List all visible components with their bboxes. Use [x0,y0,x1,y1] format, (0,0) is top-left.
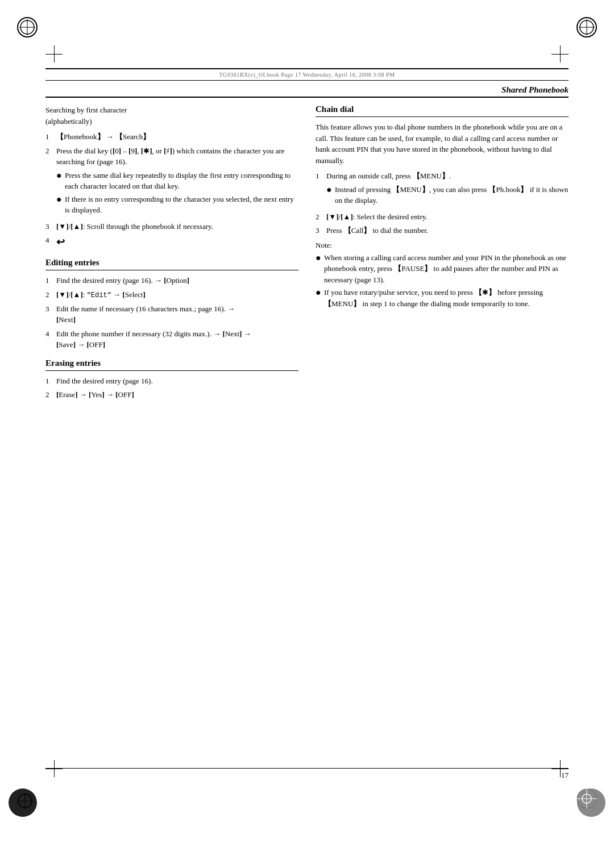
step-num-4: 4 [45,235,53,250]
chain-bullet-icon-1: ● [326,184,332,206]
chain-dial-title: Chain dial [316,105,569,117]
page-number: 17 [561,771,569,779]
erasing-step-2: 2 [Erase] → [Yes] → [OFF] [45,389,298,400]
step-2-bullet-1: ● Press the same dial key repeatedly to … [56,170,298,192]
chain-step-2: 2 [▼]/[▲]: Select the desired entry. [316,211,569,223]
erase-step-2-content: [Erase] → [Yes] → [OFF] [56,389,298,400]
erasing-steps-list: 1 Find the desired entry (page 16). 2 [E… [45,375,298,400]
editing-step-3: 3 Edit the name if necessary (16 charact… [45,303,298,326]
section-title: Shared Phonebook [501,85,569,94]
right-column: Chain dial This feature allows you to di… [316,105,569,754]
chain-step-num-2: 2 [316,211,323,223]
chain-step-1-bullets: ● Instead of pressing 【MENU】, you can al… [326,184,569,206]
search-step-4: 4 ↩ [45,235,298,250]
chain-step-1-content: During an outside call, press 【MENU】. ● … [326,170,569,208]
header-bar: TG9361BX(e)_OI.book Page 17 Wednesday, A… [45,68,569,81]
erasing-entries-title: Erasing entries [45,358,298,371]
section-header: Shared Phonebook [45,85,569,98]
file-info: TG9361BX(e)_OI.book Page 17 Wednesday, A… [219,72,395,78]
note-2: ● If you have rotary/pulse service, you … [316,287,569,309]
back-arrow-icon: ↩ [56,235,65,250]
erase-step-num-1: 1 [45,375,53,387]
two-column-layout: Searching by first character (alphabetic… [45,105,569,754]
search-intro: Searching by first character (alphabetic… [45,105,298,127]
chain-bullet-1-text: Instead of pressing 【MENU】, you can also… [335,184,569,206]
search-step-2: 2 Press the dial key ([0] – [9], [✱], or… [45,145,298,218]
corner-mark-tl [17,17,38,37]
chain-step-num-3: 3 [316,225,323,236]
edit-step-1-content: Find the desired entry (page 16). → [Opt… [56,275,298,286]
step-3-content: [▼]/[▲]: Scroll through the phonebook if… [56,221,298,232]
left-column: Searching by first character (alphabetic… [45,105,298,754]
step-2-content: Press the dial key ([0] – [9], [✱], or [… [56,145,298,218]
edit-step-4-content: Edit the phone number if necessary (32 d… [56,328,298,350]
edit-step-num-1: 1 [45,275,53,286]
chain-step-1: 1 During an outside call, press 【MENU】. … [316,170,569,208]
corner-mark-bl [17,793,33,811]
edit-step-2-content: [▼]/[▲]: "Edit" → [Select] [56,289,298,301]
step-2-bullets: ● Press the same dial key repeatedly to … [56,170,298,216]
step-num-2: 2 [45,145,53,218]
note-label: Note: [316,241,569,250]
erase-step-num-2: 2 [45,389,53,400]
erasing-step-1: 1 Find the desired entry (page 16). [45,375,298,387]
step-2-bullet-2-text: If there is no entry corresponding to th… [65,194,298,216]
search-step-3: 3 [▼]/[▲]: Scroll through the phonebook … [45,221,298,232]
edit-step-num-2: 2 [45,289,53,301]
note-bullet-2-icon: ● [316,287,321,309]
chain-step-num-1: 1 [316,170,323,208]
crosshair-tr [551,45,569,62]
content-area: Shared Phonebook Searching by first char… [45,85,569,754]
chain-dial-intro: This feature allows you to dial phone nu… [316,122,569,166]
chain-bullet-1: ● Instead of pressing 【MENU】, you can al… [326,184,569,206]
note-1: ● When storing a calling card access num… [316,252,569,286]
page: TG9361BX(e)_OI.book Page 17 Wednesday, A… [0,0,614,868]
chain-step-2-content: [▼]/[▲]: Select the desired entry. [326,211,569,223]
edit-step-num-3: 3 [45,303,53,326]
step-num-1: 1 [45,131,53,143]
search-step-1: 1 【Phonebook】 → 【Search】 [45,131,298,143]
edit-step-3-content: Edit the name if necessary (16 character… [56,303,298,326]
page-number-bar: 17 [45,768,569,780]
editing-step-4: 4 Edit the phone number if necessary (32… [45,328,298,350]
search-steps-list: 1 【Phonebook】 → 【Search】 2 Press the dia… [45,131,298,232]
chain-dial-steps: 1 During an outside call, press 【MENU】. … [316,170,569,236]
note-1-text: When storing a calling card access numbe… [324,252,569,286]
erase-step-1-content: Find the desired entry (page 16). [56,375,298,387]
note-section: Note: ● When storing a calling card acce… [316,241,569,310]
crosshair-tl [45,45,63,62]
editing-step-1: 1 Find the desired entry (page 16). → [O… [45,275,298,286]
step-num-3: 3 [45,221,53,232]
step-2-bullet-2: ● If there is no entry corresponding to … [56,194,298,216]
chain-step-3-content: Press 【Call】 to dial the number. [326,225,569,236]
bullet-icon-2: ● [56,194,62,216]
search-intro-line1: Searching by first character [45,106,127,114]
editing-entries-title: Editing entries [45,258,298,270]
step-2-bullet-1-text: Press the same dial key repeatedly to di… [65,170,298,192]
bullet-icon-1: ● [56,170,62,192]
edit-step-num-4: 4 [45,328,53,350]
editing-step-2: 2 [▼]/[▲]: "Edit" → [Select] [45,289,298,301]
step-1-content: 【Phonebook】 → 【Search】 [56,131,298,143]
editing-steps-list: 1 Find the desired entry (page 16). → [O… [45,275,298,350]
corner-mark-br [576,788,597,811]
note-bullet-1-icon: ● [316,252,321,286]
notes-list: ● When storing a calling card access num… [316,252,569,310]
search-intro-line2: (alphabetically) [45,117,92,126]
note-2-text: If you have rotary/pulse service, you ne… [324,287,569,309]
corner-mark-tr [576,17,597,37]
chain-step-3: 3 Press 【Call】 to dial the number. [316,225,569,236]
